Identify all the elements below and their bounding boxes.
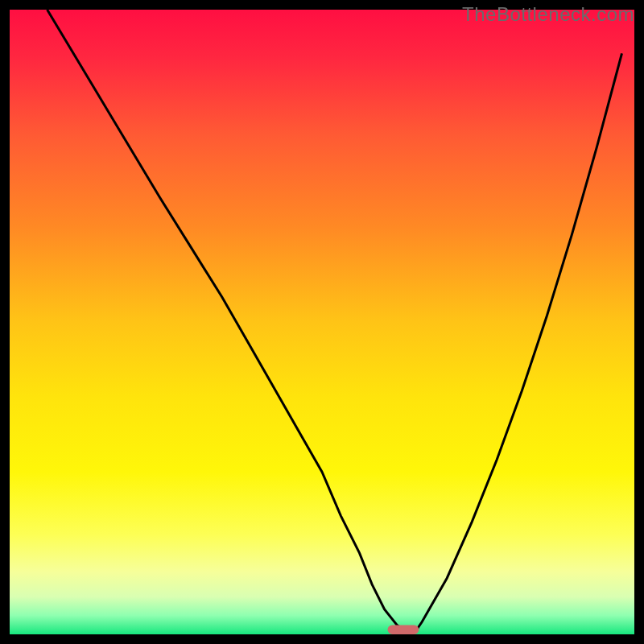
optimal-marker (388, 625, 419, 634)
watermark-text: TheBottleneck.com (462, 3, 634, 26)
chart-container: TheBottleneck.com (0, 0, 644, 644)
bottleneck-chart (10, 10, 634, 634)
plot-area (10, 10, 634, 634)
